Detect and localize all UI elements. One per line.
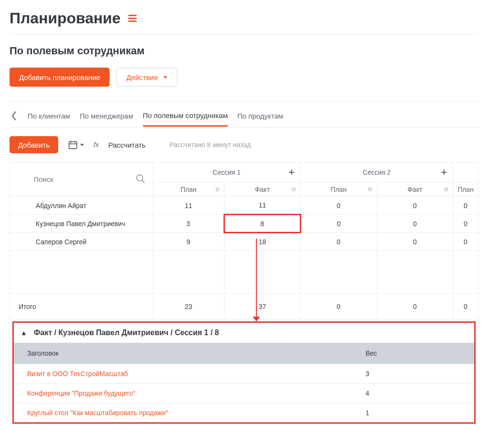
bars-icon[interactable] (127, 13, 138, 24)
table-row: Абдуллин Айрат 11 11 0 0 0 (10, 197, 478, 215)
col-fact: Факт (255, 186, 270, 193)
svg-line-5 (142, 180, 145, 183)
detail-row: Визит в ООО ТехСтройМасштаб 3 (14, 364, 474, 383)
pie-icon[interactable] (144, 13, 155, 24)
add-session-1-icon[interactable]: + (288, 166, 295, 179)
tab-field[interactable]: По полевым сотрудникам (143, 111, 228, 127)
session-1-header: Сессия 1 (213, 169, 241, 176)
detail-col-weight: Вес (366, 349, 461, 357)
svg-rect-0 (69, 142, 77, 149)
detail-panel: ▲ Факт / Кузнецов Павел Дмитриевич / Сес… (12, 321, 476, 424)
employee-name[interactable]: Кузнецов Павел Дмитриевич (10, 215, 153, 233)
detail-row: Круглый стол "Как масштабировать продажи… (14, 403, 474, 422)
detail-link[interactable]: Конференция "Продажи будущего" (27, 389, 366, 397)
employee-name[interactable]: Абдуллин Айрат (10, 197, 153, 215)
add-session-2-icon[interactable]: + (441, 166, 447, 179)
gear-icon[interactable]: ⚙ (444, 186, 449, 193)
gear-icon[interactable]: ⚙ (367, 186, 373, 193)
calculate-button[interactable]: Рассчитать (108, 141, 145, 149)
total-row: Итого 23 37 0 0 0 (10, 294, 478, 319)
caret-down-icon (163, 76, 167, 79)
svg-point-4 (137, 175, 143, 181)
detail-row: Конференция "Продажи будущего" 4 (14, 383, 474, 403)
table-row: Саперов Сергей 9 18 0 0 0 (10, 233, 478, 251)
fx-icon: fx (93, 141, 99, 149)
search-input[interactable] (34, 167, 129, 192)
table-row: Кузнецов Павел Дмитриевич 3 8 0 0 0 (10, 215, 478, 233)
highlighted-cell[interactable]: 8 (224, 215, 301, 233)
detail-title: Факт / Кузнецов Павел Дмитриевич / Сесси… (34, 329, 219, 337)
actions-dropdown[interactable]: Действия (116, 68, 177, 87)
session-2-header: Сессия 2 (363, 169, 391, 176)
tab-clients[interactable]: По клиентам (28, 112, 70, 126)
tab-products[interactable]: По продуктам (237, 112, 283, 126)
calc-status: Рассчитано 8 минут назад (169, 141, 251, 149)
detail-col-title: Заголовок (27, 349, 366, 357)
actions-label: Действия (126, 73, 158, 81)
detail-link[interactable]: Визит в ООО ТехСтройМасштаб (27, 370, 366, 378)
gear-icon[interactable]: ⚙ (215, 186, 220, 193)
calendar-dropdown[interactable] (68, 139, 84, 150)
employee-name[interactable]: Саперов Сергей (10, 233, 153, 251)
gear-icon[interactable]: ⚙ (291, 186, 296, 193)
add-button[interactable]: Добавить (10, 136, 58, 153)
add-planning-button[interactable]: Добавить планирование (10, 68, 110, 87)
subtitle: По полевым сотрудникам (10, 45, 478, 57)
col-plan: План (458, 186, 474, 193)
col-plan: План (181, 186, 197, 193)
chevron-left-icon[interactable]: ❮ (10, 110, 18, 120)
collapse-icon[interactable]: ▲ (20, 329, 27, 337)
detail-link[interactable]: Круглый стол "Как масштабировать продажи… (27, 409, 366, 417)
col-plan: План (331, 186, 347, 193)
tab-managers[interactable]: По менеджерам (80, 112, 133, 126)
search-icon[interactable] (135, 173, 146, 185)
page-title: Планирование (10, 10, 121, 27)
col-fact: Факт (407, 186, 422, 193)
planning-table: Сессия 1 + Сессия 2 + План⚙ Факт⚙ План⚙ … (10, 162, 478, 319)
caret-down-icon (80, 144, 84, 146)
